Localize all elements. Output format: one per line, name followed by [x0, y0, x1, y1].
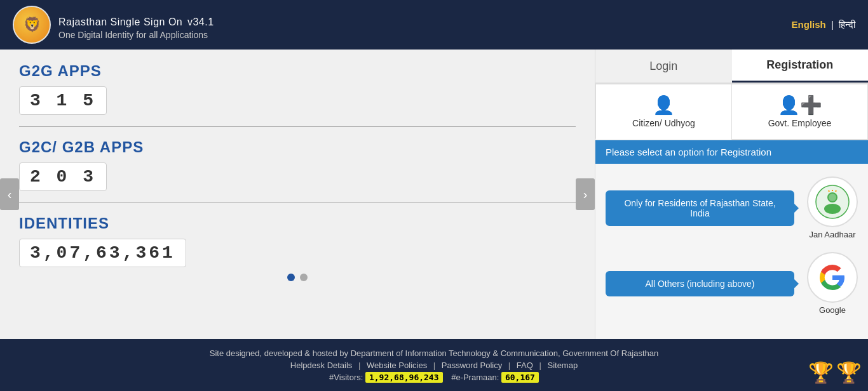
govt-label: Govt. Employee	[738, 118, 861, 128]
epramaan-count: 60,167	[501, 372, 539, 383]
govt-employee-option[interactable]: 👤➕ Govt. Employee	[731, 84, 868, 140]
identities-section: IDENTITIES 3,07,63,361	[19, 215, 576, 267]
tab-registration[interactable]: Registration	[732, 50, 869, 83]
jan-aadhaar-wrapper: Jan Aadhaar	[807, 176, 858, 239]
registration-options: Only for Residents of Rajasthan State, I…	[595, 164, 868, 328]
visitors-label: #Visitors:	[329, 373, 363, 382]
password-policy-link[interactable]: Password Policy	[442, 361, 502, 370]
header: 🦁 Rajasthan Single Sign On v34.1 One Dig…	[0, 0, 868, 50]
google-svg	[817, 262, 848, 293]
google-bubble[interactable]: All Others (including above)	[606, 271, 794, 296]
google-row: All Others (including above) Google	[606, 252, 858, 315]
footer-site-info: Site designed, developed & hosted by Dep…	[6, 348, 862, 358]
faq-link[interactable]: FAQ	[517, 361, 533, 370]
google-label: Google	[819, 305, 846, 315]
dot-2[interactable]	[300, 274, 308, 281]
g2c-count: 2 0 3	[19, 162, 107, 191]
divider-2	[19, 202, 576, 203]
header-left: 🦁 Rajasthan Single Sign On v34.1 One Dig…	[13, 6, 214, 44]
jan-aadhaar-row: Only for Residents of Rajasthan State, I…	[606, 176, 858, 239]
google-wrapper: Google	[807, 252, 858, 315]
carousel-prev-button[interactable]: ‹	[0, 178, 19, 210]
auth-tabs: Login Registration	[595, 50, 868, 84]
identities-count: 3,07,63,361	[19, 239, 186, 267]
app-subtitle: One Digital Identity for all Application…	[58, 30, 214, 40]
lang-divider: |	[831, 19, 834, 30]
footer: Site designed, developed & hosted by Dep…	[0, 339, 868, 391]
lang-english-link[interactable]: English	[792, 19, 826, 30]
registration-info-bar: Please select an option for Registration	[595, 140, 868, 164]
app-title: Rajasthan Single Sign On v34.1	[58, 10, 214, 30]
trophy-icon-2: 🏆	[836, 361, 862, 385]
citizen-icon: 👤	[602, 95, 725, 116]
svg-line-6	[836, 190, 836, 192]
sitemap-link[interactable]: Sitemap	[547, 361, 578, 370]
right-panel: Login Registration 👤 Citizen/ Udhyog 👤➕ …	[595, 50, 868, 339]
jan-aadhaar-svg	[815, 185, 850, 220]
g2g-section: G2G APPS 3 1 5	[19, 62, 576, 115]
header-text: Rajasthan Single Sign On v34.1 One Digit…	[58, 10, 214, 40]
lang-hindi-link[interactable]: हिन्दी	[839, 19, 855, 30]
tab-login[interactable]: Login	[595, 50, 732, 83]
language-switcher: English | हिन्दी	[792, 19, 855, 30]
divider-1	[19, 126, 576, 127]
g2g-title: G2G APPS	[19, 62, 576, 80]
g2g-count: 3 1 5	[19, 86, 107, 115]
g2c-section: G2C/ G2B APPS 2 0 3	[19, 138, 576, 191]
dot-1[interactable]	[287, 274, 295, 281]
svg-point-3	[829, 194, 836, 201]
trophy-icon-1: 🏆	[808, 361, 834, 385]
svg-line-5	[829, 190, 829, 192]
trophy-icons: 🏆 🏆	[808, 361, 862, 385]
carousel-dots	[19, 274, 576, 281]
footer-stats: #Visitors: 1,92,68,96,243 #e-Pramaan: 60…	[6, 373, 862, 382]
jan-aadhaar-label: Jan Aadhaar	[809, 230, 855, 239]
citizen-label: Citizen/ Udhyog	[602, 118, 725, 128]
epramaan-label: #e-Pramaan:	[451, 373, 499, 382]
website-policies-link[interactable]: Website Policies	[367, 361, 427, 370]
google-icon-button[interactable]	[807, 252, 858, 303]
helpdesk-link[interactable]: Helpdesk Details	[290, 361, 353, 370]
jan-aadhaar-bubble[interactable]: Only for Residents of Rajasthan State, I…	[606, 190, 794, 226]
footer-links: Helpdesk Details | Website Policies | Pa…	[6, 361, 862, 370]
logo-emblem: 🦁	[24, 17, 41, 33]
carousel-next-button[interactable]: ›	[576, 178, 595, 210]
govt-icon: 👤➕	[738, 95, 861, 116]
citizen-udhyog-option[interactable]: 👤 Citizen/ Udhyog	[595, 84, 731, 140]
g2c-title: G2C/ G2B APPS	[19, 138, 576, 156]
identities-title: IDENTITIES	[19, 215, 576, 232]
visitors-count: 1,92,68,96,243	[365, 372, 443, 383]
logo: 🦁	[13, 6, 51, 44]
registration-info-text: Please select an option for Registration	[606, 147, 771, 157]
jan-aadhaar-icon-button[interactable]	[807, 176, 858, 227]
main-container: ‹ G2G APPS 3 1 5 G2C/ G2B APPS 2 0 3 IDE…	[0, 50, 868, 339]
left-panel: ‹ G2G APPS 3 1 5 G2C/ G2B APPS 2 0 3 IDE…	[0, 50, 595, 339]
svg-point-2	[824, 204, 841, 214]
login-options: 👤 Citizen/ Udhyog 👤➕ Govt. Employee	[595, 84, 868, 140]
